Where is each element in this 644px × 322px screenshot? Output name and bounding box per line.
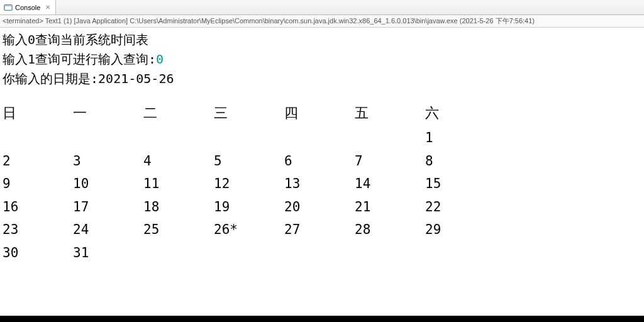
cal-cell: 17 <box>73 196 143 219</box>
cal-cell: 9 <box>3 172 73 196</box>
cal-header-sat: 六 <box>425 101 496 125</box>
cal-cell <box>3 126 73 150</box>
cal-cell <box>73 126 143 150</box>
cal-header-thu: 四 <box>284 101 355 125</box>
cal-cell: 23 <box>3 218 73 242</box>
cal-header-tue: 二 <box>143 101 214 125</box>
cal-row-5: 23 24 25 26* 27 28 29 <box>3 218 641 242</box>
console-icon <box>4 3 13 12</box>
letterbox-bottom <box>0 316 644 322</box>
cal-cell <box>284 242 355 265</box>
cal-cell: 3 <box>73 150 143 173</box>
cal-row-4: 16 17 18 19 20 21 22 <box>3 196 641 219</box>
output-line-3: 你输入的日期是:2021-05-26 <box>3 69 641 89</box>
cal-cell: 5 <box>214 150 284 173</box>
cal-cell: 20 <box>284 196 355 219</box>
cal-cell: 19 <box>214 196 284 219</box>
cal-header-fri: 五 <box>355 101 425 125</box>
cal-cell: 10 <box>73 172 143 196</box>
status-line: <terminated> Text1 (1) [Java Application… <box>0 15 644 28</box>
cal-cell: 25 <box>143 218 214 242</box>
cal-cell: 31 <box>73 242 143 265</box>
cal-cell: 21 <box>355 196 425 219</box>
cal-cell <box>143 126 214 150</box>
output-line-1: 输入0查询当前系统时间表 <box>3 30 641 50</box>
cal-cell: 7 <box>355 150 425 173</box>
cal-cell: 8 <box>425 150 496 173</box>
cal-cell: 1 <box>425 126 496 150</box>
calendar-header-row: 日 一 二 三 四 五 六 <box>3 101 641 125</box>
cal-cell: 6 <box>284 150 355 173</box>
cal-cell: 29 <box>425 218 496 242</box>
cal-header-mon: 一 <box>73 101 143 125</box>
cal-cell: 30 <box>3 242 73 265</box>
cal-cell: 26* <box>214 218 284 242</box>
tab-title: Console <box>15 4 40 11</box>
cal-row-1: 1 <box>3 126 641 150</box>
cal-row-2: 2 3 4 5 6 7 8 <box>3 150 641 173</box>
close-icon[interactable]: ✕ <box>44 4 52 11</box>
cal-header-wed: 三 <box>214 101 284 125</box>
cal-cell <box>355 242 425 265</box>
cal-cell <box>284 126 355 150</box>
cal-header-sun: 日 <box>3 101 73 125</box>
cal-cell <box>425 242 496 265</box>
cal-cell <box>214 242 284 265</box>
cal-row-6: 30 31 <box>3 242 641 265</box>
cal-cell: 13 <box>284 172 355 196</box>
cal-cell: 14 <box>355 172 425 196</box>
user-input-0: 0 <box>156 52 164 67</box>
cal-cell: 4 <box>143 150 214 173</box>
cal-cell <box>355 126 425 150</box>
cal-row-3: 9 10 11 12 13 14 15 <box>3 172 641 196</box>
output-line-2: 输入1查询可进行输入查询:0 <box>3 50 641 69</box>
cal-cell: 27 <box>284 218 355 242</box>
cal-cell: 11 <box>143 172 214 196</box>
cal-cell: 28 <box>355 218 425 242</box>
cal-cell <box>143 242 214 265</box>
cal-cell: 16 <box>3 196 73 219</box>
tab-bar: Console ✕ <box>0 0 644 15</box>
console-tab[interactable]: Console ✕ <box>0 0 56 14</box>
calendar-table: 日 一 二 三 四 五 六 1 2 3 4 5 6 7 8 9 <box>3 101 641 264</box>
cal-cell: 22 <box>425 196 496 219</box>
cal-cell: 2 <box>3 150 73 173</box>
cal-cell: 12 <box>214 172 284 196</box>
cal-cell: 18 <box>143 196 214 219</box>
cal-cell: 15 <box>425 172 496 196</box>
cal-cell <box>214 126 284 150</box>
cal-cell: 24 <box>73 218 143 242</box>
console-output: 输入0查询当前系统时间表 输入1查询可进行输入查询:0 你输入的日期是:2021… <box>0 28 644 267</box>
